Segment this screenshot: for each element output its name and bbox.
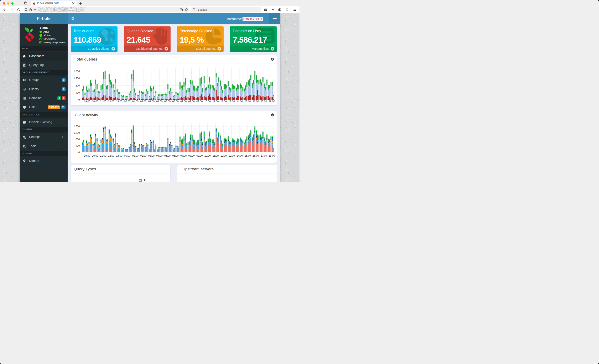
svg-text:0: 0 — [78, 98, 80, 101]
svg-text:05:00: 05:00 — [164, 154, 170, 157]
svg-text:21:00: 21:00 — [100, 100, 106, 103]
svg-text:21:00: 21:00 — [100, 154, 106, 157]
svg-text:03:00: 03:00 — [148, 154, 154, 157]
svg-text:15:00: 15:00 — [244, 100, 251, 103]
svg-text:11:00: 11:00 — [212, 100, 218, 103]
svg-text:800: 800 — [76, 84, 80, 87]
svg-text:02:00: 02:00 — [140, 154, 146, 157]
svg-text:09:00: 09:00 — [196, 100, 203, 103]
svg-text:07:00: 07:00 — [180, 154, 186, 157]
svg-text:06:00: 06:00 — [172, 154, 178, 157]
svg-text:12:00: 12:00 — [220, 100, 227, 103]
svg-text:03:00: 03:00 — [148, 100, 154, 103]
svg-text:08:00: 08:00 — [188, 100, 194, 103]
svg-text:1.200: 1.200 — [73, 77, 80, 80]
svg-text:1.600: 1.600 — [73, 125, 80, 128]
svg-text:400: 400 — [76, 91, 80, 94]
svg-text:04:00: 04:00 — [156, 100, 162, 103]
svg-text:10:00: 10:00 — [204, 154, 211, 157]
svg-text:14:00: 14:00 — [237, 100, 243, 103]
svg-text:13:00: 13:00 — [228, 154, 235, 157]
svg-text:22:00: 22:00 — [108, 154, 114, 157]
svg-text:08:00: 08:00 — [188, 154, 194, 157]
svg-text:400: 400 — [76, 144, 80, 147]
svg-text:04:00: 04:00 — [156, 154, 162, 157]
svg-text:05:00: 05:00 — [164, 100, 170, 103]
svg-text:18:00: 18:00 — [269, 154, 275, 157]
svg-text:06:00: 06:00 — [172, 100, 178, 103]
svg-text:17:00: 17:00 — [260, 100, 267, 103]
svg-text:18:00: 18:00 — [269, 100, 275, 103]
svg-text:09:00: 09:00 — [196, 154, 203, 157]
svg-text:800: 800 — [76, 138, 80, 141]
svg-text:14:00: 14:00 — [237, 154, 243, 157]
svg-text:17:00: 17:00 — [260, 154, 267, 157]
svg-text:22:00: 22:00 — [108, 100, 114, 103]
svg-text:01:00: 01:00 — [132, 100, 138, 103]
svg-text:00:00: 00:00 — [124, 100, 130, 103]
svg-text:07:00: 07:00 — [180, 100, 186, 103]
svg-text:23:00: 23:00 — [116, 100, 122, 103]
svg-text:13:00: 13:00 — [228, 100, 235, 103]
svg-text:$: $ — [24, 160, 25, 162]
svg-text:19:00: 19:00 — [84, 100, 90, 103]
svg-text:11:00: 11:00 — [212, 154, 218, 157]
svg-text:02:00: 02:00 — [140, 100, 146, 103]
svg-text:1.600: 1.600 — [73, 70, 80, 73]
svg-text:19:00: 19:00 — [84, 154, 90, 157]
svg-text:20:00: 20:00 — [92, 100, 98, 103]
svg-text:16:00: 16:00 — [253, 154, 259, 157]
svg-text:12:00: 12:00 — [220, 154, 227, 157]
svg-text:00:00: 00:00 — [124, 154, 130, 157]
svg-text:20:00: 20:00 — [92, 154, 98, 157]
svg-text:0: 0 — [78, 151, 80, 154]
svg-text:16:00: 16:00 — [253, 100, 259, 103]
svg-text:A: A — [182, 9, 183, 11]
svg-text:23:00: 23:00 — [116, 154, 122, 157]
svg-text:15:00: 15:00 — [244, 154, 251, 157]
svg-text:10:00: 10:00 — [204, 100, 211, 103]
svg-text:01:00: 01:00 — [132, 154, 138, 157]
svg-text:1.200: 1.200 — [73, 132, 80, 134]
